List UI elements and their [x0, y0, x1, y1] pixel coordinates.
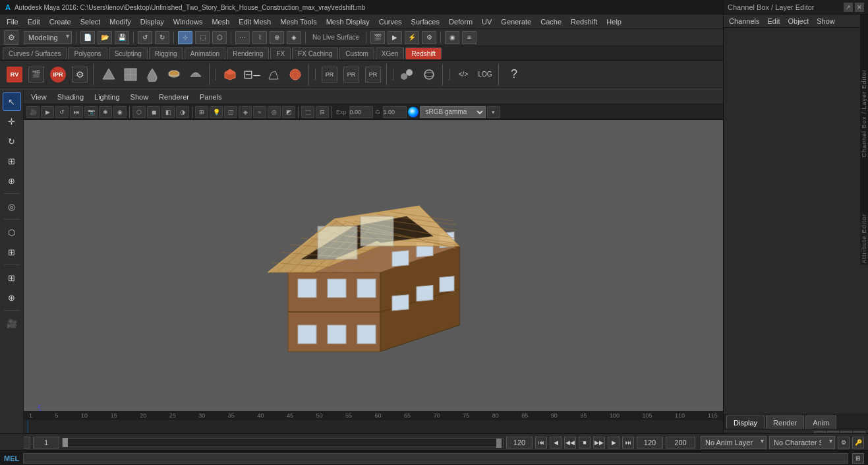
- cube-button[interactable]: [219, 64, 241, 85]
- vp-motion-blur-button[interactable]: ≈: [253, 106, 266, 118]
- tab-fx-caching[interactable]: FX Caching: [292, 47, 338, 59]
- menu-generate[interactable]: Generate: [497, 16, 535, 27]
- anim-layer-select[interactable]: No Anim Layer: [701, 436, 767, 449]
- universal-tool-left[interactable]: ⊕: [3, 171, 21, 190]
- camera-tool-left[interactable]: 🎥: [3, 314, 21, 332]
- menu-redshift[interactable]: Redshift: [567, 16, 601, 27]
- save-scene-button[interactable]: 💾: [115, 31, 129, 44]
- cb-edit-menu[interactable]: Edit: [765, 17, 782, 25]
- menu-edit-mesh[interactable]: Edit Mesh: [235, 16, 275, 27]
- tab-xgen[interactable]: XGen: [376, 47, 405, 59]
- vp-dof-button[interactable]: ◎: [268, 106, 281, 118]
- vp-wireframe-button[interactable]: ⬡: [132, 106, 146, 118]
- bevel-button[interactable]: [263, 64, 284, 85]
- vp-step-button[interactable]: ⏭: [70, 106, 83, 118]
- rv-button[interactable]: RV: [4, 64, 25, 85]
- menu-windows[interactable]: Windows: [169, 16, 207, 27]
- menu-surfaces[interactable]: Surfaces: [407, 16, 444, 27]
- vp-grid-button[interactable]: ⊞: [195, 106, 208, 118]
- menu-display[interactable]: Display: [136, 16, 168, 27]
- rotate-tool-left[interactable]: ↻: [3, 132, 21, 150]
- ch-tab-render[interactable]: Render: [766, 416, 804, 429]
- snap-curve-button[interactable]: ⌇: [252, 31, 267, 44]
- script-toggle-button[interactable]: ⊞: [852, 453, 864, 464]
- vp-overscan-button[interactable]: ⊟: [316, 106, 329, 118]
- menu-mesh-tools[interactable]: Mesh Tools: [276, 16, 320, 27]
- tab-redshift[interactable]: Redshift: [405, 47, 442, 59]
- vp-hud-button[interactable]: ◩: [282, 106, 295, 118]
- char-set-select[interactable]: No Character Set: [769, 436, 835, 449]
- scatter-button[interactable]: [397, 64, 418, 85]
- snap-settings-left[interactable]: ⊕: [3, 288, 21, 307]
- cb-object-menu[interactable]: Object: [785, 17, 811, 25]
- vp-isolate-button[interactable]: ◉: [113, 106, 127, 118]
- quad-tool-button[interactable]: [120, 64, 141, 85]
- menu-deform[interactable]: Deform: [445, 16, 477, 27]
- color-circle[interactable]: [408, 107, 419, 117]
- polygon-tool-button[interactable]: [98, 64, 119, 85]
- play-back-button[interactable]: ◀◀: [564, 437, 576, 449]
- vp-shadow-button[interactable]: ◫: [224, 106, 237, 118]
- tab-rendering[interactable]: Rendering: [227, 47, 269, 59]
- ipr-button[interactable]: ⚡: [405, 31, 419, 44]
- open-scene-button[interactable]: 📂: [98, 31, 112, 44]
- menu-cache[interactable]: Cache: [536, 16, 565, 27]
- attribute-editor-tab[interactable]: Attribute Editor: [860, 212, 868, 265]
- show-manipulator-left[interactable]: ⬡: [3, 223, 21, 241]
- panel-close-button[interactable]: ✕: [855, 3, 864, 12]
- pr2-button[interactable]: PR: [341, 64, 362, 85]
- gamma-select[interactable]: sRGB gamma: [420, 106, 486, 118]
- panel-float-button[interactable]: ↗: [844, 3, 853, 12]
- menu-help[interactable]: Help: [602, 16, 625, 27]
- display-layer-button[interactable]: ≡: [462, 31, 477, 44]
- gamma-expand-button[interactable]: ▾: [487, 106, 500, 118]
- ch-tab-display[interactable]: Display: [726, 416, 765, 429]
- script-editor-button[interactable]: </>: [453, 64, 474, 85]
- viewport-menu-show[interactable]: Show: [127, 92, 152, 102]
- soft-select-left[interactable]: ◎: [3, 197, 21, 216]
- mel-input[interactable]: [23, 453, 848, 464]
- water-drop-button[interactable]: [142, 64, 163, 85]
- tab-fx[interactable]: FX: [270, 47, 291, 59]
- scale-tool-left[interactable]: ⊞: [3, 152, 21, 170]
- vp-snapshot-button[interactable]: 📷: [84, 106, 98, 118]
- stop-button[interactable]: ■: [579, 437, 591, 449]
- viewport-menu-renderer[interactable]: Renderer: [156, 92, 192, 102]
- select-tool-button[interactable]: ⊹: [178, 31, 192, 44]
- channel-box-vertical-tab[interactable]: Channel Box / Layer Editor: [860, 15, 868, 212]
- anim-total-end[interactable]: [666, 437, 695, 449]
- vp-play-button[interactable]: ▶: [41, 106, 54, 118]
- timeline-bar[interactable]: [24, 420, 723, 433]
- paint-select-button[interactable]: ⬡: [212, 31, 227, 44]
- anim-range-slider[interactable]: [62, 438, 504, 447]
- render-button[interactable]: ▶: [388, 31, 402, 44]
- menu-uv[interactable]: UV: [478, 16, 496, 27]
- prev-frame-button[interactable]: ◀: [550, 437, 562, 449]
- play-forward-button[interactable]: ▶▶: [593, 437, 605, 449]
- redshift-render-button[interactable]: 🎬: [26, 64, 47, 85]
- help-button[interactable]: ?: [504, 64, 525, 85]
- pr1-button[interactable]: PR: [319, 64, 340, 85]
- instance-button[interactable]: [419, 64, 440, 85]
- dome-button[interactable]: [185, 64, 206, 85]
- menu-edit[interactable]: Edit: [24, 16, 44, 27]
- ipr-render-button[interactable]: IPR: [47, 64, 69, 85]
- options-button[interactable]: ⚙: [422, 31, 436, 44]
- vp-texture-button[interactable]: ◧: [161, 106, 175, 118]
- snap-point-button[interactable]: ⊕: [270, 31, 284, 44]
- vp-light-button[interactable]: 💡: [210, 106, 223, 118]
- coin-tool-button[interactable]: [163, 64, 185, 85]
- select-tool-left[interactable]: ↖: [3, 92, 21, 111]
- tab-curves-surfaces[interactable]: Curves / Surfaces: [3, 47, 67, 59]
- exposure-input[interactable]: [349, 106, 373, 118]
- snap-to-grid-left[interactable]: ⊞: [3, 268, 21, 287]
- cb-channels-menu[interactable]: Channels: [726, 17, 762, 25]
- cb-show-menu[interactable]: Show: [814, 17, 838, 25]
- menu-curves[interactable]: Curves: [375, 16, 406, 27]
- tab-custom[interactable]: Custom: [339, 47, 374, 59]
- tab-rigging[interactable]: Rigging: [149, 47, 183, 59]
- redshift-settings-button[interactable]: ⚙: [69, 64, 90, 85]
- show-hide-button[interactable]: ◉: [445, 31, 459, 44]
- viewport-menu-panels[interactable]: Panels: [196, 92, 225, 102]
- anim-end-frame[interactable]: [637, 437, 663, 449]
